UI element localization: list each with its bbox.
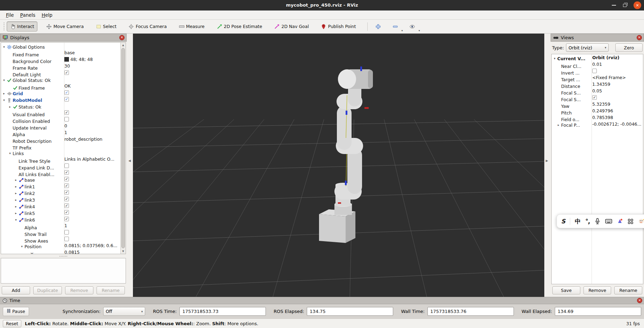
collapse-left-dock-icon[interactable]: ◀ bbox=[128, 159, 131, 162]
property-value[interactable]: ✓ bbox=[592, 94, 597, 101]
synchronization-dropdown[interactable]: Off ▾ bbox=[103, 307, 145, 316]
tree-row-background-color[interactable]: Background Color48; 48; 48 bbox=[1, 56, 126, 63]
checkbox-unchecked[interactable] bbox=[64, 117, 69, 121]
tree-row-field-o[interactable]: Field o...0.785398 bbox=[552, 114, 643, 121]
ime-sogou-logo-icon[interactable]: S bbox=[561, 218, 565, 225]
tree-row-robot-description[interactable]: Robot Descriptionrobot_description bbox=[1, 136, 126, 142]
tree-row-all-links-enabl[interactable]: All Links Enabl...✓ bbox=[1, 169, 126, 176]
tree-row-link2[interactable]: ▸link2✓ bbox=[1, 189, 126, 196]
tree-row-fixed-frame[interactable]: Fixed Framebase bbox=[1, 49, 126, 56]
zero-button[interactable]: Zero bbox=[615, 43, 643, 52]
property-value[interactable] bbox=[64, 116, 69, 123]
property-value[interactable]: ✓ bbox=[64, 109, 69, 116]
tree-row-link3[interactable]: ▸link3✓ bbox=[1, 196, 126, 202]
property-value[interactable]: ✓ bbox=[64, 202, 69, 209]
right-dock-splitter[interactable]: ▶ bbox=[544, 34, 551, 297]
tree-row-link4[interactable]: ▸link4✓ bbox=[1, 202, 126, 209]
checkbox-unchecked[interactable] bbox=[64, 237, 69, 241]
tree-row-current-v[interactable]: ▾Current V...Orbit (rviz) bbox=[552, 54, 643, 61]
tree-row-distance[interactable]: Distance1.34359 bbox=[552, 81, 643, 88]
views-remove-button[interactable]: Remove bbox=[583, 286, 611, 294]
tool-add-tool[interactable] bbox=[373, 22, 383, 31]
checkbox-checked[interactable]: ✓ bbox=[64, 90, 69, 95]
property-value[interactable]: ✓ bbox=[64, 182, 69, 189]
tree-row-grid[interactable]: ▸Grid✓ bbox=[1, 89, 126, 96]
pause-button[interactable]: Pause bbox=[3, 307, 29, 316]
time-field-value[interactable]: 134.75 bbox=[307, 307, 393, 316]
scrollbar[interactable]: ▲ ▼ bbox=[120, 43, 126, 254]
scrollbar-thumb[interactable] bbox=[121, 48, 125, 248]
tool-measure[interactable]: Measure bbox=[176, 21, 208, 32]
chevron-down-icon[interactable]: ▾ bbox=[401, 29, 403, 32]
tree-row-link6[interactable]: ▾link6✓ bbox=[1, 216, 126, 222]
displays-add-button[interactable]: Add bbox=[2, 286, 30, 294]
tree-row-invert[interactable]: Invert ... bbox=[552, 68, 643, 74]
tool-publish-point[interactable]: Publish Point bbox=[318, 21, 359, 32]
views-property-tree[interactable]: ▾Current V...Orbit (rviz)Near Cl...0.01I… bbox=[551, 54, 643, 284]
checkbox-checked[interactable]: ✓ bbox=[64, 170, 69, 175]
left-dock-splitter[interactable]: ◀ bbox=[127, 34, 133, 297]
close-panel-icon[interactable]: ✕ bbox=[637, 298, 642, 303]
checkbox-checked[interactable]: ✓ bbox=[64, 203, 69, 208]
scroll-up-icon[interactable]: ▲ bbox=[121, 43, 126, 48]
tree-row-default-light[interactable]: Default Light✓ bbox=[1, 69, 126, 76]
ime-emoji-icon[interactable] bbox=[638, 218, 644, 224]
ime-punctuation-icon[interactable]: °, bbox=[585, 218, 590, 225]
checkbox-unchecked[interactable] bbox=[592, 69, 597, 73]
views-rename-button[interactable]: Rename bbox=[614, 286, 642, 294]
checkbox-checked[interactable]: ✓ bbox=[64, 97, 69, 102]
property-value[interactable] bbox=[64, 162, 69, 169]
tree-row-fixed-frame[interactable]: Fixed FrameOK bbox=[1, 83, 126, 89]
minimize-icon[interactable] bbox=[612, 5, 616, 6]
tree-row-status-ok[interactable]: ▸Status: Ok bbox=[1, 103, 126, 109]
3d-viewport[interactable] bbox=[133, 34, 544, 297]
tree-row-link-tree-style[interactable]: Link Tree StyleLinks in Alphabetic O... bbox=[1, 156, 126, 162]
expand-arrow-icon[interactable]: ▸ bbox=[556, 122, 561, 128]
tool-interact[interactable]: Interact bbox=[7, 21, 37, 32]
reset-button[interactable]: Reset bbox=[3, 320, 21, 327]
panel-splitter-handle[interactable] bbox=[1, 255, 126, 257]
tree-row-tf-prefix[interactable]: TF Prefix bbox=[1, 142, 126, 149]
maximize-icon[interactable] bbox=[623, 4, 627, 7]
property-value[interactable] bbox=[64, 229, 69, 236]
tree-row-global-options[interactable]: ▾Global Options bbox=[1, 43, 126, 49]
property-value[interactable] bbox=[592, 68, 597, 74]
time-field-value[interactable]: 134.69 bbox=[555, 307, 641, 316]
tree-row-alpha[interactable]: Alpha1 bbox=[1, 222, 126, 229]
menu-help[interactable]: Help bbox=[38, 12, 56, 19]
checkbox-unchecked[interactable] bbox=[64, 163, 69, 168]
tree-row-link1[interactable]: ▸link1✓ bbox=[1, 182, 126, 189]
tool-focus-camera[interactable]: Focus Camera bbox=[125, 21, 170, 32]
tool-select[interactable]: Select bbox=[92, 21, 120, 32]
tree-row-show-trail[interactable]: Show Trail bbox=[1, 229, 126, 236]
collapse-right-dock-icon[interactable]: ▶ bbox=[546, 159, 548, 162]
ime-skin-icon[interactable] bbox=[617, 218, 623, 224]
tree-row-collision-enabled[interactable]: Collision Enabled bbox=[1, 116, 126, 123]
checkbox-checked[interactable]: ✓ bbox=[64, 177, 69, 181]
chevron-down-icon[interactable]: ▾ bbox=[418, 29, 420, 32]
checkbox-checked[interactable]: ✓ bbox=[592, 95, 597, 100]
property-value[interactable]: ✓ bbox=[64, 89, 69, 96]
property-value[interactable]: ✓ bbox=[64, 216, 69, 222]
tree-row-update-interval[interactable]: Update Interval0 bbox=[1, 123, 126, 129]
tree-row-alpha[interactable]: Alpha1 bbox=[1, 129, 126, 136]
views-save-button[interactable]: Save bbox=[552, 286, 580, 294]
tree-row-pitch[interactable]: Pitch0.249796 bbox=[552, 107, 643, 114]
tree-row-visual-enabled[interactable]: Visual Enabled✓ bbox=[1, 109, 126, 116]
tool-tool-visibility[interactable]: ▾ bbox=[407, 22, 418, 31]
property-value[interactable]: ✓ bbox=[64, 96, 69, 103]
tree-row-focal-s[interactable]: Focal S...0.05 bbox=[552, 88, 643, 94]
time-field-value[interactable]: 1757318533.76 bbox=[427, 307, 514, 316]
property-value[interactable]: ✓ bbox=[64, 69, 69, 76]
tool-pose-estimate[interactable]: 2D Pose Estimate bbox=[213, 21, 266, 32]
close-panel-icon[interactable]: ✕ bbox=[637, 35, 642, 40]
checkbox-unchecked[interactable] bbox=[64, 230, 69, 235]
toolbar-grip-icon[interactable] bbox=[3, 22, 5, 31]
ime-lang-chinese-icon[interactable]: 中 bbox=[575, 217, 581, 225]
scroll-down-icon[interactable]: ▼ bbox=[121, 249, 126, 254]
tree-row-position[interactable]: ▾Position0.0815; 0.037569; 0.6... bbox=[1, 242, 126, 249]
tree-row-target[interactable]: Target ...<Fixed Frame> bbox=[552, 74, 643, 81]
property-value[interactable]: ✓ bbox=[64, 176, 69, 182]
checkbox-checked[interactable]: ✓ bbox=[64, 70, 69, 75]
menu-panels[interactable]: Panels bbox=[17, 12, 38, 19]
